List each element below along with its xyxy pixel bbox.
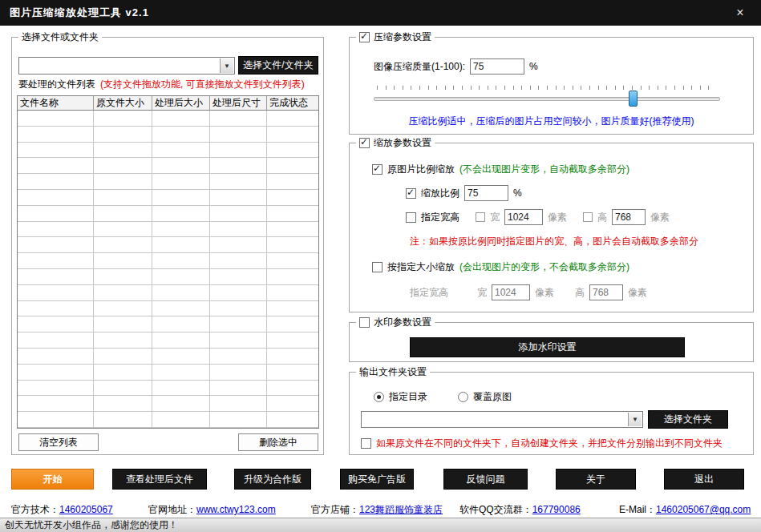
footer-tech: 官方技术：1460205067 [11,503,113,517]
table-row [18,301,318,317]
ratio-label: 缩放比例 [421,187,459,200]
clear-list-button[interactable]: 清空列表 [18,433,99,451]
fixed-height-input[interactable] [589,284,623,300]
file-table: 文件名称原文件大小处理后大小处理后尺寸完成状态 [17,95,319,429]
start-button[interactable]: 开始 [11,469,94,490]
table-row [18,365,318,381]
keep-ratio-label: 原图片比例缩放 [387,163,455,176]
keep-ratio-row: 原图片比例缩放 (不会出现图片变形，自动截取多余部分) [372,161,629,177]
compress-group: 压缩参数设置 图像压缩质量(1-100): % 压缩比例适中，压缩后的图片占用空… [349,37,754,135]
upgrade-button[interactable]: 升级为合作版 [234,469,311,490]
custom-width-input[interactable] [504,209,543,225]
quality-input[interactable] [470,58,524,75]
table-row [18,396,318,412]
watermark-enable-checkbox[interactable] [359,317,370,328]
scale-enable-checkbox[interactable] [359,138,370,148]
fixed-label: 按指定大小缩放 [387,260,455,274]
file-list-hint: 要处理的文件列表(支持文件拖放功能, 可直接拖放文件到文件列表) [18,76,305,92]
select-folder-button[interactable]: 选择文件夹 [648,410,728,429]
width-enable-checkbox[interactable] [476,212,485,222]
height-label: 高 [597,211,607,224]
column-header[interactable]: 处理后尺寸 [210,96,267,111]
table-row [18,222,318,238]
about-button[interactable]: 关于 [556,469,636,490]
fixed-scale-checkbox[interactable] [372,262,383,272]
footer-site-label: 官网地址： [148,504,196,515]
scale-group-title: 缩放参数设置 [374,136,431,150]
output-dir-combo[interactable]: ▼ [361,411,643,428]
scale-note: 注：如果按原比例同时指定图片的宽、高，图片会自动截取多余部分 [410,233,698,249]
footer-shop-link[interactable]: 123舞蹈服饰童装店 [359,504,443,515]
output-group: 输出文件夹设置 指定目录 覆盖原图 ▼ 选择文件夹 如果原文件在不同的文件夹下，… [349,372,754,455]
table-row [18,190,318,206]
target-dir-radio[interactable] [374,392,384,402]
view-processed-button[interactable]: 查看处理后文件 [112,469,207,490]
slider-track[interactable] [374,97,720,101]
close-icon[interactable]: × [729,4,751,22]
footer-tech-link[interactable]: 1460205067 [59,504,113,515]
select-file-button[interactable]: 选择文件/文件夹 [238,56,318,75]
file-path-combo[interactable]: ▼ [18,57,235,75]
overwrite-radio[interactable] [458,392,468,402]
window-title: 图片压缩缩放处理工具 v2.1 [10,6,149,20]
table-row [18,253,318,269]
file-table-body[interactable] [18,111,318,428]
quality-label: 图像压缩质量(1-100): [374,60,465,74]
compress-group-title: 压缩参数设置 [374,30,431,44]
footer-qq-label: 软件QQ交流群： [459,504,532,515]
table-row [18,412,318,428]
footer-site-link[interactable]: www.ctwy123.com [196,504,276,515]
footer-qq-link[interactable]: 167790086 [532,504,581,515]
height-enable-checkbox[interactable] [583,212,593,222]
auto-create-checkbox[interactable] [361,438,371,449]
quality-row: 图像压缩质量(1-100): % [374,58,538,75]
custom-size-checkbox[interactable] [406,212,416,223]
fixed-width-px-label: 像素 [535,286,554,300]
table-row [18,381,318,397]
buy-adfree-button[interactable]: 购买免广告版 [340,469,414,490]
custom-size-row: 指定宽高 宽 像素 高 像素 [406,209,670,225]
delete-selected-button[interactable]: 删除选中 [238,433,318,451]
slider-thumb[interactable] [629,91,638,107]
table-row [18,269,318,285]
watermark-group-title: 水印参数设置 [374,316,431,329]
feedback-button[interactable]: 反馈问题 [443,469,528,490]
table-row [18,127,318,143]
status-bar: 创天无忧开发小组作品，感谢您的使用！ [0,518,761,532]
ratio-input[interactable] [464,185,508,201]
file-list-hint-prefix: 要处理的文件列表 [18,78,95,91]
column-header[interactable]: 完成状态 [267,96,318,111]
ratio-row: 缩放比例 % [406,185,522,201]
footer-email-label: E-Mail： [619,504,656,515]
custom-size-label: 指定宽高 [421,211,459,224]
file-group: 选择文件或文件夹 ▼ 选择文件/文件夹 要处理的文件列表(支持文件拖放功能, 可… [11,37,324,455]
chevron-down-icon[interactable]: ▼ [628,413,642,426]
compress-enable-checkbox[interactable] [359,32,370,42]
auto-create-row: 如果原文件在不同的文件夹下，自动创建文件夹，并把文件分别输出到不同文件夹 [361,435,723,451]
exit-button[interactable]: 退出 [664,469,744,490]
ratio-checkbox[interactable] [406,188,416,199]
overwrite-label: 覆盖原图 [473,390,512,404]
file-list-hint-red: (支持文件拖放功能, 可直接拖放文件到文件列表) [100,78,305,91]
add-watermark-button[interactable]: 添加水印设置 [410,337,685,357]
keep-ratio-checkbox[interactable] [372,164,383,175]
quality-slider[interactable] [374,84,720,105]
column-header[interactable]: 原文件大小 [94,96,152,111]
height-px-label: 像素 [650,211,670,224]
table-row [18,143,318,159]
fixed-height-px-label: 像素 [628,286,647,300]
chevron-down-icon[interactable]: ▼ [220,58,233,73]
fixed-width-input[interactable] [492,284,530,300]
footer-shop: 官方店铺：123舞蹈服饰童装店 [311,503,443,517]
file-group-title: 选择文件或文件夹 [22,30,99,44]
footer-email-link[interactable]: 1460205067@qq.com [656,504,751,515]
width-px-label: 像素 [548,211,567,224]
table-row [18,158,318,174]
title-bar: 图片压缩缩放处理工具 v2.1 × [0,0,761,26]
column-header[interactable]: 文件名称 [18,96,94,111]
footer-qq: 软件QQ交流群：167790086 [459,503,581,517]
custom-height-input[interactable] [612,209,646,225]
table-row [18,332,318,349]
footer-tech-label: 官方技术： [11,504,59,515]
column-header[interactable]: 处理后大小 [152,96,210,111]
